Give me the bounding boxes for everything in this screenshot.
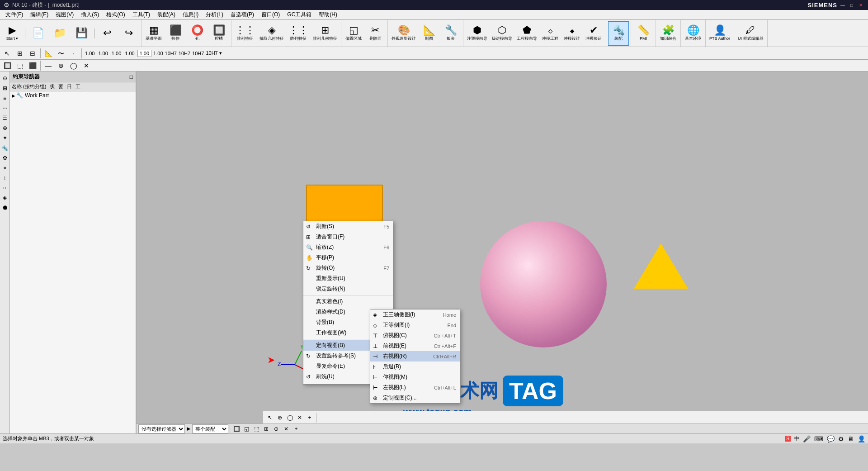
ctx-redisplay[interactable]: 重新显示(U)	[303, 273, 393, 284]
filter-icon-3[interactable]: ⬚	[251, 424, 261, 434]
knowledge-fusion-button[interactable]: 🧩 知识融合	[658, 21, 679, 46]
chat-icon[interactable]: 💬	[827, 435, 835, 442]
sidebar-icon-8[interactable]: 🔩	[0, 143, 9, 152]
sidebar-icon-7[interactable]: ✦	[0, 133, 9, 143]
sidebar-icon-4[interactable]: ⋯	[0, 104, 9, 113]
submenu-right-view[interactable]: ⊣ 右视图(R) Ctrl+Alt+R	[370, 351, 460, 362]
keyboard-icon[interactable]: ⌨	[814, 435, 823, 442]
submenu-back-view[interactable]: ⊦ 后退(B)	[370, 362, 460, 372]
array-geo-button[interactable]: ⊞ 阵列几何特征	[311, 21, 339, 46]
submenu-front-view[interactable]: ⊥ 前视图(E) Ctrl+Alt+F	[370, 341, 460, 351]
array-feature2-button[interactable]: ⋮⋮ 阵列特征	[287, 21, 310, 46]
pmi-button[interactable]: 📏 PMI	[633, 21, 654, 46]
ctx-refresh[interactable]: ↺ 刷新(S) F5	[303, 221, 393, 232]
submenu-isometric[interactable]: ◈ 正三轴侧图(I) Home	[370, 309, 460, 320]
appearance-design-button[interactable]: 🎨 外观造型设计	[390, 21, 418, 46]
datum-plane-button[interactable]: ▦ 基准平面	[143, 21, 164, 46]
mic-icon[interactable]: 🎤	[803, 435, 811, 442]
menu-preferences[interactable]: 首选项(P)	[227, 10, 258, 19]
submenu-left-view[interactable]: ⊢ 左视图(L) Ctrl+Alt+L	[370, 382, 460, 393]
maximize-button[interactable]: □	[848, 1, 855, 9]
close-button[interactable]: ✕	[857, 1, 864, 9]
start-button[interactable]: ▶ Start ▾	[2, 21, 23, 46]
snap-cross-mode-button[interactable]: ✕	[295, 413, 305, 423]
sheetmetal-button[interactable]: 🔧 钣金	[440, 21, 461, 46]
stamping-eng-button[interactable]: ⬦ 冲模工程	[540, 21, 561, 46]
offset-region-button[interactable]: ◱ 偏置区域	[343, 21, 364, 46]
menu-info[interactable]: 信息(I)	[179, 10, 202, 19]
menu-window[interactable]: 窗口(O)	[258, 10, 283, 19]
coord-input[interactable]: 1.00	[137, 50, 151, 57]
filter-icon-2[interactable]: ◱	[241, 424, 251, 434]
extract-geo-button[interactable]: ◈ 抽取几何特征	[258, 21, 286, 46]
progressive-die-button[interactable]: ⬡ 级进模向导	[490, 21, 514, 46]
snap-filter-button[interactable]: ↖	[265, 413, 275, 423]
wireframe-button[interactable]: ⬚	[14, 59, 26, 72]
ctx-pan[interactable]: ✋ 平移(P)	[303, 252, 393, 263]
sidebar-icon-13[interactable]: ◈	[0, 193, 9, 202]
sidebar-icon-2[interactable]: ⊞	[0, 84, 9, 93]
menu-insert[interactable]: 插入(S)	[77, 10, 103, 19]
engineering-mold-button[interactable]: ⬟ 工程模向导	[515, 21, 539, 46]
submenu-custom-view[interactable]: ⊛ 定制视图(C)...	[370, 393, 460, 403]
snap-arc-mode-button[interactable]: ◯	[285, 413, 295, 423]
user-icon[interactable]: 👤	[858, 435, 865, 442]
hole-button[interactable]: ⭕ 孔	[187, 21, 208, 46]
shading-button[interactable]: ⬛	[26, 59, 39, 72]
injection-mold-button[interactable]: ⬢ 注塑模向导	[465, 21, 489, 46]
submenu-top-view[interactable]: ⊤ 俯视图(C) Ctrl+Alt+T	[370, 330, 460, 341]
menu-format[interactable]: 格式(O)	[103, 10, 128, 19]
filter-icon-1[interactable]: 🔲	[231, 424, 241, 434]
snap-point-mode-button[interactable]: ⊕	[275, 413, 285, 423]
orient-view-button[interactable]: 🔲	[1, 59, 14, 72]
menu-view[interactable]: 视图(V)	[52, 10, 77, 19]
array-feature-button[interactable]: ⋮⋮ 阵列特征	[233, 21, 257, 46]
sidebar-icon-3[interactable]: ≡	[0, 94, 9, 103]
sidebar-icon-11[interactable]: ↕	[0, 173, 9, 182]
sidebar-icon-1[interactable]: ⊙	[0, 74, 9, 83]
select-tool-button[interactable]: ↖	[1, 47, 14, 60]
sidebar-icon-9[interactable]: ✿	[0, 153, 9, 162]
viewport[interactable]: X Y Z 电脑技术网 TAG www.tagxp.com ➤ ↺ 刷新(S) …	[137, 71, 868, 433]
snap-plus-button[interactable]: +	[305, 413, 315, 423]
menu-gctoolbox[interactable]: GC工具箱	[283, 10, 315, 19]
display-icon[interactable]: 🖥	[848, 435, 854, 442]
filter-select-left[interactable]: 没有选择过滤器	[138, 424, 185, 433]
stamping-design-button[interactable]: ⬥ 冲模设计	[561, 21, 582, 46]
menu-file[interactable]: 文件(F)	[2, 10, 27, 19]
submenu-bottom-view[interactable]: ⊢ 仰视图(M)	[370, 372, 460, 382]
settings-icon[interactable]: ⚙	[838, 435, 844, 442]
pts-author-button[interactable]: 👤 PTS Author	[708, 21, 732, 46]
select-all-button[interactable]: ⊞	[14, 47, 26, 60]
sidebar-icon-12[interactable]: ↔	[0, 183, 9, 192]
menu-tools[interactable]: 工具(T)	[129, 10, 154, 19]
filter-icon-6[interactable]: ✕	[281, 424, 291, 434]
stamping-validate-button[interactable]: ✔ 冲模验证	[583, 21, 604, 46]
minimize-button[interactable]: —	[839, 1, 846, 9]
snap-cross-button[interactable]: ✕	[80, 59, 93, 72]
menu-analysis[interactable]: 分析(L)	[202, 10, 227, 19]
nav-item-workpart[interactable]: ▶ 🔧 Work Part	[10, 91, 136, 100]
sidebar-icon-6[interactable]: ⊕	[0, 124, 9, 133]
point-button[interactable]: ·	[67, 47, 80, 60]
filter-select-right[interactable]: 整个装配	[192, 424, 228, 433]
sidebar-icon-14[interactable]: ⬟	[0, 203, 9, 212]
snap-arc-button[interactable]: ◯	[67, 59, 80, 72]
submenu-trimetric[interactable]: ◇ 正等侧图(I) End	[370, 320, 460, 330]
sidebar-icon-10[interactable]: ⋄	[0, 163, 9, 172]
delete-face-button[interactable]: ✂ 删除面	[365, 21, 386, 46]
ctx-true-shade[interactable]: 真实着色(I)	[303, 296, 393, 307]
save-button[interactable]: 💾	[71, 21, 92, 46]
menu-edit[interactable]: 编辑(E)	[27, 10, 52, 19]
filter-icon-5[interactable]: ⊙	[271, 424, 281, 434]
open-button[interactable]: 📁	[49, 21, 70, 46]
snap-line-button[interactable]: —	[42, 59, 55, 72]
redo-button[interactable]: ↪	[118, 21, 139, 46]
ctx-lock-rotate[interactable]: 锁定旋转(N)	[303, 284, 393, 294]
extrude-button[interactable]: ⬛ 拉伸	[165, 21, 186, 46]
ctx-zoom[interactable]: 🔍 缩放(Z) F6	[303, 242, 393, 252]
new-button[interactable]: 📄	[28, 21, 48, 46]
filter-icon-4[interactable]: ⊞	[261, 424, 271, 434]
assembly-button[interactable]: 🔩 装配	[608, 21, 629, 46]
filter-icon-7[interactable]: +	[291, 424, 301, 434]
